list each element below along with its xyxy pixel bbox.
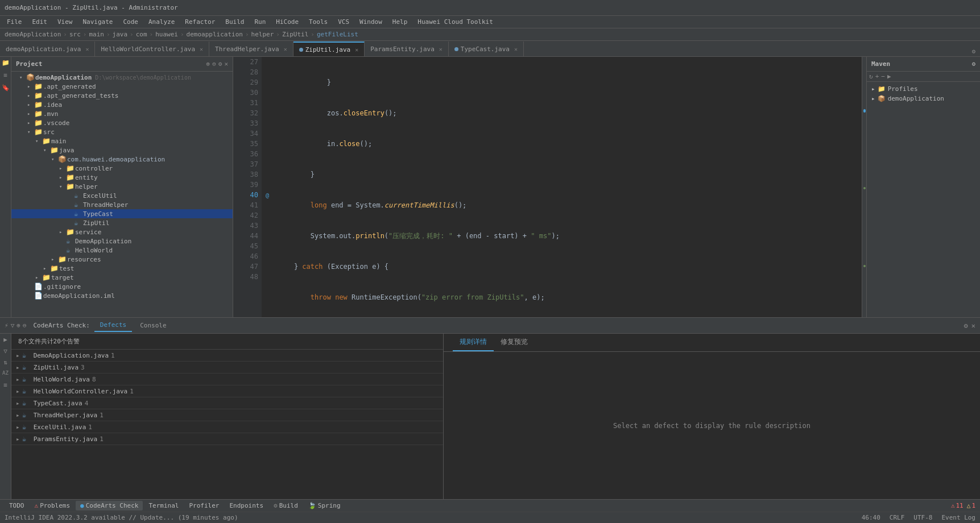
tool-sort-icon[interactable]: ⇅ bbox=[1, 359, 10, 368]
tab-ParamsEntity[interactable]: ParamsEntity.java ✕ bbox=[365, 41, 449, 56]
menu-hicode[interactable]: HiCode bbox=[271, 17, 303, 27]
spring-item[interactable]: 🍃 Spring bbox=[304, 501, 345, 510]
close-icon[interactable]: ✕ bbox=[284, 46, 287, 52]
breadcrumb-helper[interactable]: helper bbox=[251, 31, 274, 38]
tool-abc-icon[interactable]: AZ bbox=[1, 370, 10, 379]
menu-navigate[interactable]: Navigate bbox=[78, 17, 118, 27]
menu-edit[interactable]: Edit bbox=[28, 17, 52, 27]
close-icon[interactable]: ✕ bbox=[514, 46, 518, 52]
maven-settings-icon[interactable]: ⚙ bbox=[971, 60, 975, 68]
todo-item[interactable]: TODO bbox=[5, 501, 29, 510]
menu-help[interactable]: Help bbox=[388, 17, 412, 27]
tree-gitignore[interactable]: 📄 .gitignore bbox=[11, 282, 233, 291]
breadcrumb-ziputil[interactable]: ZipUtil bbox=[282, 31, 308, 38]
tree-package[interactable]: ▾ 📦 com.huawei.demoapplication bbox=[11, 155, 233, 164]
tab-ZipUtil[interactable]: ZipUtil.java ✕ bbox=[293, 41, 365, 56]
close-icon[interactable]: ✕ bbox=[439, 46, 443, 52]
defect-header-excel[interactable]: ▸ ☕ ExcelUtil.java 1 bbox=[11, 421, 443, 433]
close-icon[interactable]: ✕ bbox=[355, 47, 358, 53]
terminal-item[interactable]: Terminal bbox=[144, 501, 183, 510]
rule-tab-rules[interactable]: 规则详情 bbox=[453, 334, 494, 351]
tree-java[interactable]: ▾ 📁 java bbox=[11, 146, 233, 155]
defect-header-hwc[interactable]: ▸ ☕ HelloWorldController.java 1 bbox=[11, 385, 443, 397]
tree-controller[interactable]: ▸ 📁 controller bbox=[11, 164, 233, 173]
structure-icon[interactable]: ≡ bbox=[1, 72, 10, 81]
bottom-settings-icon[interactable]: ⚙ bbox=[964, 322, 968, 330]
encoding[interactable]: UTF-8 bbox=[913, 514, 932, 521]
sidebar-expand-icon[interactable]: ⊕ bbox=[206, 60, 210, 68]
maven-refresh-icon[interactable]: ↻ bbox=[869, 73, 873, 80]
menu-tools[interactable]: Tools bbox=[304, 17, 332, 27]
close-icon[interactable]: ✕ bbox=[85, 46, 89, 52]
tree-demoapplication-java[interactable]: ☕ DemoApplication bbox=[11, 236, 233, 246]
close-icon[interactable]: ✕ bbox=[200, 46, 203, 52]
tool-collapse2-icon[interactable]: ≡ bbox=[1, 381, 10, 391]
tree-resources[interactable]: ▸ 📁 resources bbox=[11, 255, 233, 264]
sidebar-settings-icon[interactable]: ⚙ bbox=[218, 60, 222, 68]
tree-entity[interactable]: ▸ 📁 entity bbox=[11, 173, 233, 182]
codearts-item[interactable]: ● CodeArts Check bbox=[76, 501, 143, 510]
tree-main[interactable]: ▾ 📁 main bbox=[11, 136, 233, 146]
maven-add-icon[interactable]: + bbox=[875, 73, 879, 80]
tree-iml[interactable]: 📄 demoApplication.iml bbox=[11, 291, 233, 300]
menu-vcs[interactable]: VCS bbox=[333, 17, 354, 27]
bottom-close-icon[interactable]: ✕ bbox=[971, 322, 975, 330]
tree-helloworld[interactable]: ☕ HelloWorld bbox=[11, 246, 233, 255]
defect-header-params[interactable]: ▸ ☕ ParamsEntity.java 1 bbox=[11, 433, 443, 445]
defect-header-thread[interactable]: ▸ ☕ ThreadHelper.java 1 bbox=[11, 409, 443, 421]
tree-test[interactable]: ▸ 📁 test bbox=[11, 264, 233, 273]
maven-demoapplication[interactable]: ▸ 📦 demoApplication bbox=[869, 94, 978, 103]
profiler-item[interactable]: Profiler bbox=[184, 501, 224, 510]
tab-TypeCast[interactable]: TypeCast.java ✕ bbox=[449, 41, 524, 56]
maven-remove-icon[interactable]: − bbox=[881, 73, 885, 80]
tool-filter2-icon[interactable]: ▽ bbox=[1, 347, 10, 356]
menu-view[interactable]: View bbox=[53, 17, 77, 27]
tree-apt-tests[interactable]: ▸ 📁 .apt_generated_tests bbox=[11, 91, 233, 100]
event-log[interactable]: Event Log bbox=[941, 514, 975, 521]
tree-vscode[interactable]: ▸ 📁 .vscode bbox=[11, 118, 233, 127]
line-ending[interactable]: CRLF bbox=[890, 514, 905, 521]
tree-idea[interactable]: ▸ 📁 .idea bbox=[11, 100, 233, 109]
breadcrumb-demo[interactable]: demoApplication bbox=[5, 31, 61, 38]
menu-code[interactable]: Code bbox=[118, 17, 143, 27]
breadcrumb-com[interactable]: com bbox=[136, 31, 147, 38]
tree-mvn[interactable]: ▸ 📁 .mvn bbox=[11, 109, 233, 118]
expand-all-icon[interactable]: ⊕ bbox=[16, 322, 20, 329]
tree-ziputil[interactable]: ☕ ZipUtil bbox=[11, 218, 233, 227]
tree-threadhelper[interactable]: ☕ ThreadHelper bbox=[11, 200, 233, 209]
tab-settings-icon[interactable]: ⚙ bbox=[970, 47, 977, 56]
defect-header-demo[interactable]: ▸ ☕ DemoApplication.java 1 bbox=[11, 350, 443, 361]
tab-defects[interactable]: Defects bbox=[94, 319, 132, 332]
breadcrumb-src[interactable]: src bbox=[69, 31, 81, 38]
menu-refactor[interactable]: Refactor bbox=[180, 17, 220, 27]
rule-tab-fix[interactable]: 修复预览 bbox=[494, 334, 535, 351]
tree-apt[interactable]: ▸ 📁 .apt_generated bbox=[11, 82, 233, 91]
project-icon[interactable]: 📁 bbox=[1, 59, 10, 68]
menu-analyze[interactable]: Analyze bbox=[144, 17, 179, 27]
maven-profiles[interactable]: ▸ 📁 Profiles bbox=[869, 84, 978, 94]
sidebar-close-icon[interactable]: ✕ bbox=[224, 60, 228, 68]
tree-typecast[interactable]: ☕ TypeCast bbox=[11, 209, 233, 218]
defects-tool-icon[interactable]: ⚡ bbox=[5, 322, 9, 329]
defect-header-hello[interactable]: ▸ ☕ HelloWorld.java 8 bbox=[11, 373, 443, 385]
error-count[interactable]: ⚠ 11 △ 1 bbox=[951, 502, 975, 509]
problems-item[interactable]: ⚠ Problems bbox=[30, 501, 75, 510]
tab-console[interactable]: Console bbox=[134, 319, 172, 331]
filter-icon[interactable]: ▽ bbox=[11, 322, 15, 329]
tree-root[interactable]: ▾ 📦 demoApplication D:\workspace\demoApp… bbox=[11, 73, 233, 82]
menu-file[interactable]: File bbox=[2, 17, 27, 27]
tab-HelloWorldController[interactable]: HelloWorldController.java ✕ bbox=[95, 41, 209, 56]
code-scroll-area[interactable]: 27 28 29 30 31 32 33 34 35 36 37 38 39 4… bbox=[233, 57, 866, 317]
breadcrumb-huawei[interactable]: huawei bbox=[155, 31, 178, 38]
menu-huawei[interactable]: Huawei Cloud Toolkit bbox=[413, 17, 497, 27]
breadcrumb-main[interactable]: main bbox=[89, 31, 104, 38]
tab-demoApplication[interactable]: demoApplication.java ✕ bbox=[0, 41, 95, 56]
breadcrumb-java[interactable]: java bbox=[113, 31, 128, 38]
breadcrumb-getfilelist[interactable]: getFileList bbox=[317, 31, 358, 38]
tree-excelutil[interactable]: ☕ ExcelUtil bbox=[11, 191, 233, 200]
collapse-all-icon[interactable]: ⊖ bbox=[23, 322, 27, 329]
menu-run[interactable]: Run bbox=[250, 17, 270, 27]
tab-ThreadHelper[interactable]: ThreadHelper.java ✕ bbox=[209, 41, 293, 56]
tree-target[interactable]: ▸ 📁 target bbox=[11, 273, 233, 282]
defect-header-zip[interactable]: ▸ ☕ ZipUtil.java 3 bbox=[11, 362, 443, 373]
